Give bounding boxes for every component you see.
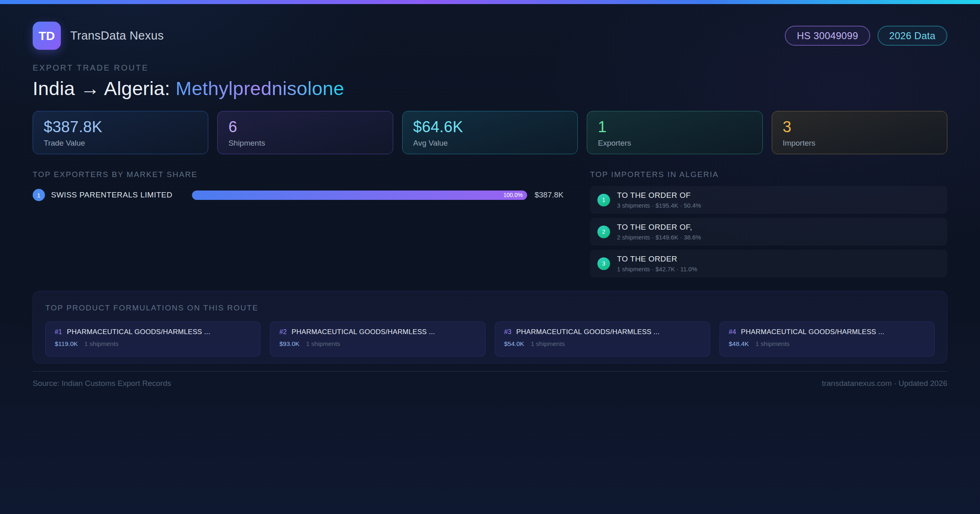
page-eyebrow: EXPORT TRADE ROUTE — [33, 63, 947, 73]
top-importers-section: TOP IMPORTERS IN ALGERIA 1 TO THE ORDER … — [590, 170, 947, 277]
exporters-heading: TOP EXPORTERS BY MARKET SHARE — [33, 170, 564, 179]
brand[interactable]: TD TransData Nexus — [33, 22, 164, 50]
market-share-bar: 100.0% — [192, 191, 527, 200]
formulation-card[interactable]: #2 PHARMACEUTICAL GOODS/HARMLESS ... $93… — [270, 321, 485, 357]
stat-label: Avg Value — [413, 139, 567, 148]
formulation-rank: #4 — [729, 328, 736, 336]
formulations-heading: TOP PRODUCT FORMULATIONS ON THIS ROUTE — [45, 304, 935, 312]
formulation-value: $54.0K — [504, 340, 524, 348]
footer-divider — [33, 371, 947, 372]
formulation-value: $93.0K — [279, 340, 299, 348]
stat-label: Trade Value — [44, 139, 197, 148]
stat-card-avg-value: $64.6K Avg Value — [402, 111, 578, 154]
content-columns: TOP EXPORTERS BY MARKET SHARE 1 SWISS PA… — [33, 170, 947, 277]
formulations-grid: #1 PHARMACEUTICAL GOODS/HARMLESS ... $11… — [45, 321, 935, 357]
hs-code-badge: HS 30049099 — [785, 26, 870, 46]
formulation-shipments: 1 shipments — [85, 340, 119, 348]
formulation-value: $119.0K — [55, 340, 78, 348]
rank-badge: 3 — [597, 257, 610, 270]
header: TD TransData Nexus HS 30049099 2026 Data — [33, 22, 947, 50]
formulation-shipments: 1 shipments — [306, 340, 340, 348]
importer-details: 1 shipments · $42.7K · 11.0% — [617, 266, 697, 273]
formulation-rank: #2 — [279, 328, 287, 336]
stat-card-trade-value: $387.8K Trade Value — [33, 111, 208, 154]
exporter-row[interactable]: 1 SWISS PARENTERALS LIMITED 100.0% $387.… — [33, 189, 564, 201]
site-link[interactable]: transdatanexus.com · Updated 2026 — [822, 379, 947, 388]
top-exporters-section: TOP EXPORTERS BY MARKET SHARE 1 SWISS PA… — [33, 170, 564, 201]
formulation-name: PHARMACEUTICAL GOODS/HARMLESS ... — [292, 328, 435, 336]
stat-card-importers: 3 Importers — [772, 111, 947, 154]
stat-label: Exporters — [598, 139, 751, 148]
importers-heading: TOP IMPORTERS IN ALGERIA — [590, 170, 947, 179]
rank-badge: 2 — [597, 226, 610, 238]
importer-item[interactable]: 1 TO THE ORDER OF 3 shipments · $195.4K … — [590, 186, 947, 214]
exporter-name: SWISS PARENTERALS LIMITED — [51, 191, 192, 199]
page-container: TD TransData Nexus HS 30049099 2026 Data… — [0, 22, 980, 388]
stat-value: 3 — [783, 118, 936, 136]
brand-logo-text: TD — [39, 29, 55, 43]
stats-row: $387.8K Trade Value 6 Shipments $64.6K A… — [33, 111, 947, 154]
stat-card-exporters: 1 Exporters — [587, 111, 762, 154]
exporter-value: $387.8K — [535, 191, 564, 199]
source-text: Source: Indian Customs Export Records — [33, 379, 171, 388]
stat-label: Shipments — [228, 139, 382, 148]
formulation-shipments: 1 shipments — [531, 340, 565, 348]
stat-value: 1 — [598, 118, 751, 136]
route-label: India → Algeria: — [33, 78, 170, 99]
formulation-card[interactable]: #4 PHARMACEUTICAL GOODS/HARMLESS ... $48… — [719, 321, 935, 357]
formulation-card[interactable]: #3 PHARMACEUTICAL GOODS/HARMLESS ... $54… — [495, 321, 710, 357]
brand-name: TransData Nexus — [70, 29, 164, 42]
data-year-badge: 2026 Data — [878, 26, 947, 46]
stat-card-shipments: 6 Shipments — [217, 111, 393, 154]
top-accent-bar — [0, 0, 980, 4]
brand-logo-icon: TD — [33, 22, 61, 50]
formulation-value: $48.4K — [729, 340, 749, 348]
rank-badge: 1 — [33, 189, 45, 201]
formulation-rank: #1 — [55, 328, 62, 336]
importer-name: TO THE ORDER OF — [617, 191, 701, 200]
formulation-shipments: 1 shipments — [755, 340, 790, 348]
importer-item[interactable]: 3 TO THE ORDER 1 shipments · $42.7K · 11… — [590, 250, 947, 277]
header-badges: HS 30049099 2026 Data — [785, 26, 947, 46]
stat-value: $387.8K — [44, 118, 197, 136]
importer-name: TO THE ORDER — [617, 255, 697, 264]
importer-details: 2 shipments · $149.6K · 38.6% — [617, 234, 701, 241]
stat-value: $64.6K — [413, 118, 567, 136]
formulation-name: PHARMACEUTICAL GOODS/HARMLESS ... — [741, 328, 884, 336]
importer-details: 3 shipments · $195.4K · 50.4% — [617, 202, 701, 209]
formulations-section: TOP PRODUCT FORMULATIONS ON THIS ROUTE #… — [33, 291, 947, 363]
importer-name: TO THE ORDER OF, — [617, 223, 701, 232]
product-name: Methylprednisolone — [176, 78, 344, 99]
formulation-name: PHARMACEUTICAL GOODS/HARMLESS ... — [516, 328, 659, 336]
stat-value: 6 — [228, 118, 382, 136]
importer-item[interactable]: 2 TO THE ORDER OF, 2 shipments · $149.6K… — [590, 218, 947, 246]
importer-list: 1 TO THE ORDER OF 3 shipments · $195.4K … — [590, 186, 947, 277]
stat-label: Importers — [783, 139, 936, 148]
formulation-name: PHARMACEUTICAL GOODS/HARMLESS ... — [67, 328, 210, 336]
footer: Source: Indian Customs Export Records tr… — [33, 379, 947, 388]
formulation-rank: #3 — [504, 328, 512, 336]
market-share-bar-fill: 100.0% — [192, 191, 527, 200]
formulation-card[interactable]: #1 PHARMACEUTICAL GOODS/HARMLESS ... $11… — [45, 321, 261, 357]
market-share-label: 100.0% — [503, 192, 523, 198]
page-title: India → Algeria: Methylprednisolone — [33, 78, 947, 100]
rank-badge: 1 — [597, 194, 610, 206]
